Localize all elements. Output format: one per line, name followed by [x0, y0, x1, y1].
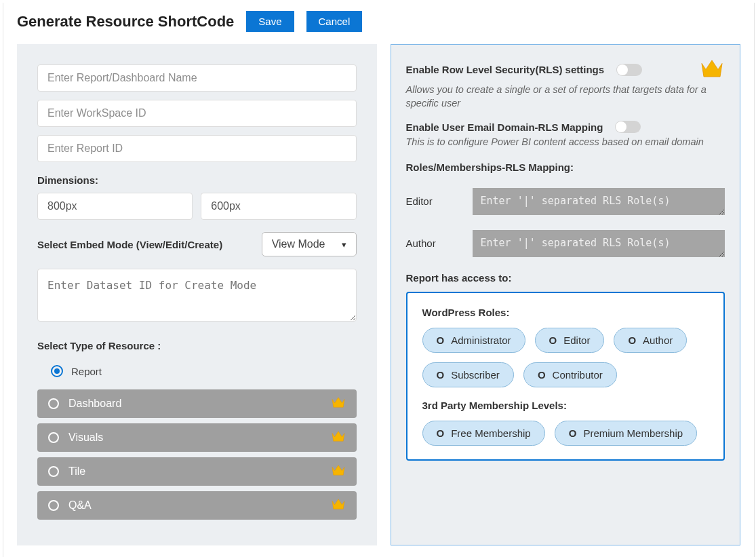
resource-type-dashboard[interactable]: Dashboard [37, 389, 357, 418]
right-panel: Enable Row Level Security(RLS) settings … [391, 44, 741, 545]
radio-unselected-icon [48, 432, 59, 443]
membership-pills: OFree Membership OPremium Membership [422, 421, 709, 446]
mapping-editor-row: Editor [406, 188, 725, 215]
left-panel: Dimensions: Select Embed Mode (View/Edit… [17, 44, 377, 545]
circle-icon: O [538, 369, 546, 381]
domain-rls-description: This is to configure Power BI content ac… [406, 136, 725, 149]
crown-icon [331, 464, 346, 479]
rls-mapping-title: Roles/Memberships-RLS Mapping: [406, 161, 725, 173]
resource-type-qa-label: Q&A [68, 499, 92, 512]
resource-type-tile-label: Tile [68, 465, 85, 478]
cancel-button[interactable]: Cancel [306, 11, 363, 32]
report-name-input[interactable] [37, 64, 357, 92]
resource-type-label: Select Type of Resource : [37, 340, 357, 351]
report-id-input[interactable] [37, 135, 357, 162]
crown-icon [331, 396, 346, 411]
radio-unselected-icon [48, 466, 59, 477]
rls-title: Enable Row Level Security(RLS) settings [406, 64, 605, 75]
crown-icon [331, 430, 346, 445]
mapping-editor-label: Editor [406, 195, 460, 207]
role-pill-administrator[interactable]: OAdministrator [422, 328, 525, 353]
crown-icon [699, 58, 725, 81]
domain-rls-toggle[interactable] [615, 121, 641, 133]
circle-icon: O [437, 427, 445, 439]
wp-roles-label: WordPress Roles: [422, 307, 709, 318]
embed-mode-select[interactable]: View Mode ▾ [262, 232, 357, 256]
header: Generate Resource ShortCode Save Cancel [17, 11, 740, 32]
resource-type-report[interactable]: Report [37, 358, 357, 384]
mapping-author-label: Author [406, 237, 460, 249]
height-input[interactable] [201, 193, 356, 220]
rls-description: Allows you to create a single or a set o… [406, 83, 725, 110]
circle-icon: O [569, 427, 577, 439]
access-title: Report has access to: [406, 272, 725, 284]
membership-pill-free[interactable]: OFree Membership [422, 421, 545, 446]
workspace-id-input[interactable] [37, 100, 357, 127]
role-pill-subscriber[interactable]: OSubscriber [422, 362, 514, 387]
resource-type-qa[interactable]: Q&A [37, 491, 357, 520]
circle-icon: O [437, 334, 445, 346]
rls-toggle[interactable] [616, 64, 642, 76]
chevron-down-icon: ▾ [342, 239, 346, 250]
dimensions-label: Dimensions: [37, 174, 357, 186]
role-pill-author[interactable]: OAuthor [614, 328, 687, 353]
mapping-editor-input[interactable] [473, 188, 725, 215]
embed-mode-row: Select Embed Mode (View/Edit/Create) Vie… [37, 232, 357, 256]
app-frame: Generate Resource ShortCode Save Cancel … [3, 3, 755, 557]
dimensions-row [37, 193, 357, 228]
circle-icon: O [549, 334, 557, 346]
domain-rls-title: Enable User Email Domain-RLS Mapping [406, 121, 603, 133]
radio-unselected-icon [48, 398, 59, 409]
crown-icon [331, 498, 346, 513]
resource-type-dashboard-label: Dashboard [68, 398, 121, 410]
save-button[interactable]: Save [246, 11, 294, 32]
role-pill-editor[interactable]: OEditor [535, 328, 605, 353]
resource-type-visuals-label: Visuals [68, 431, 103, 444]
rls-setting-row: Enable Row Level Security(RLS) settings … [406, 58, 725, 110]
page-title: Generate Resource ShortCode [17, 13, 234, 31]
membership-label: 3rd Party Membership Levels: [422, 400, 709, 411]
radio-selected-icon [51, 365, 63, 377]
membership-pill-premium[interactable]: OPremium Membership [555, 421, 697, 446]
resource-type-report-label: Report [71, 366, 102, 377]
panels: Dimensions: Select Embed Mode (View/Edit… [17, 44, 740, 545]
circle-icon: O [628, 334, 636, 346]
mapping-author-row: Author [406, 230, 725, 257]
embed-mode-value: View Mode [272, 238, 325, 250]
access-box: WordPress Roles: OAdministrator OEditor … [406, 292, 725, 461]
resource-type-tile[interactable]: Tile [37, 457, 357, 486]
domain-rls-row: Enable User Email Domain-RLS Mapping Thi… [406, 121, 725, 149]
dataset-id-input[interactable] [37, 269, 357, 322]
radio-unselected-icon [48, 500, 59, 511]
resource-type-visuals[interactable]: Visuals [37, 423, 357, 452]
width-input[interactable] [37, 193, 193, 220]
mapping-author-input[interactable] [473, 230, 725, 257]
circle-icon: O [437, 369, 445, 381]
wp-roles-pills: OAdministrator OEditor OAuthor OSubscrib… [422, 328, 709, 387]
role-pill-contributor[interactable]: OContributor [523, 362, 617, 387]
embed-mode-label: Select Embed Mode (View/Edit/Create) [37, 239, 222, 250]
